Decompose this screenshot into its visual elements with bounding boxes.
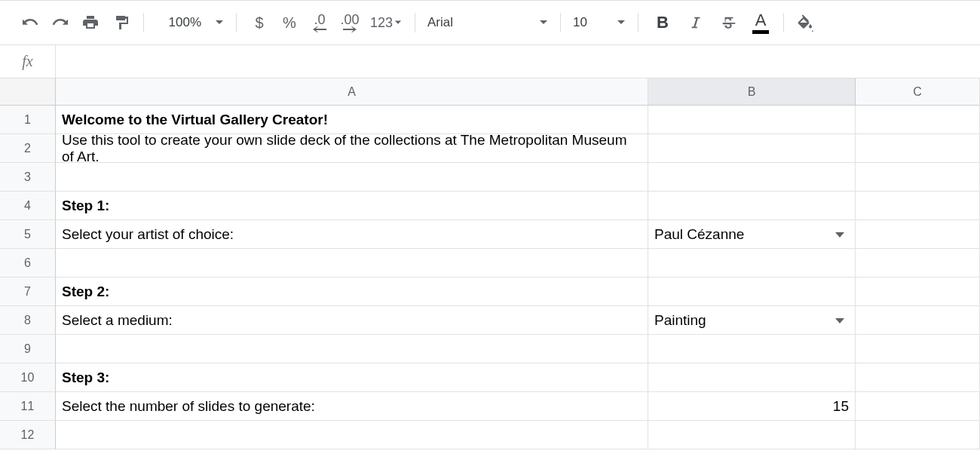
cell-A2[interactable]: Use this tool to create your own slide d… <box>56 134 648 163</box>
cell-B7[interactable] <box>648 277 856 306</box>
strikethrough-button[interactable] <box>712 8 746 38</box>
row-3: 3 <box>0 163 980 192</box>
cell-B12[interactable] <box>648 421 856 449</box>
row-6: 6 <box>0 249 980 277</box>
bold-button[interactable]: B <box>646 8 679 38</box>
cell-A8[interactable]: Select a medium: <box>56 306 648 335</box>
row-header[interactable]: 6 <box>0 249 56 277</box>
cell-A3[interactable] <box>56 163 648 192</box>
column-header-B[interactable]: B <box>648 78 856 106</box>
cell-C6[interactable] <box>856 249 980 277</box>
row-header[interactable]: 9 <box>0 335 56 363</box>
cell-A10[interactable]: Step 3: <box>56 363 648 392</box>
print-button[interactable] <box>75 8 106 38</box>
cell-B11-slide-count[interactable]: 15 <box>648 392 856 421</box>
cell-A7[interactable]: Step 2: <box>56 277 648 306</box>
row-header[interactable]: 7 <box>0 277 56 306</box>
cell-B10[interactable] <box>648 363 856 392</box>
column-headers: A B C <box>0 78 980 106</box>
format-currency-button[interactable]: $ <box>244 8 274 38</box>
more-formats-label: 123 <box>370 15 393 31</box>
redo-button[interactable] <box>45 8 75 38</box>
redo-icon <box>51 14 69 32</box>
cell-A12[interactable] <box>56 421 648 449</box>
format-percent-button[interactable]: % <box>274 8 305 38</box>
font-family-value: Arial <box>427 15 525 30</box>
cell-C11[interactable] <box>856 392 980 421</box>
increase-decimal-button[interactable]: .00 <box>335 8 365 38</box>
cell-B4[interactable] <box>648 192 856 220</box>
paint-format-button[interactable] <box>106 8 136 38</box>
cell-B6[interactable] <box>648 249 856 277</box>
cell-C9[interactable] <box>856 335 980 363</box>
column-header-A[interactable]: A <box>56 78 648 106</box>
row-header[interactable]: 4 <box>0 192 56 220</box>
row-11: 11 Select the number of slides to genera… <box>0 392 980 421</box>
row-header[interactable]: 1 <box>0 106 56 134</box>
select-all-corner[interactable] <box>0 78 56 106</box>
toolbar: 100% $ % .0 .00 123 Arial 10 B <box>0 0 980 45</box>
font-size-value: 10 <box>573 15 603 30</box>
undo-button[interactable] <box>15 8 45 38</box>
cell-A1[interactable]: Welcome to the Virtual Gallery Creator! <box>56 106 648 134</box>
chevron-down-icon <box>394 19 402 26</box>
row-9: 9 <box>0 335 980 363</box>
cell-C4[interactable] <box>856 192 980 220</box>
fx-label: fx <box>0 45 56 78</box>
row-header[interactable]: 5 <box>0 220 56 249</box>
cell-A4[interactable]: Step 1: <box>56 192 648 220</box>
more-formats-dropdown[interactable]: 123 <box>365 8 407 38</box>
arrow-left-icon <box>313 26 326 32</box>
decrease-decimal-button[interactable]: .0 <box>305 8 335 38</box>
cell-C7[interactable] <box>856 277 980 306</box>
cell-C8[interactable] <box>856 306 980 335</box>
formula-bar: fx <box>0 45 980 78</box>
cell-A11[interactable]: Select the number of slides to generate: <box>56 392 648 421</box>
separator <box>415 13 415 32</box>
cell-B2[interactable] <box>648 134 856 163</box>
cell-B5-artist-dropdown[interactable]: Paul Cézanne <box>648 220 856 249</box>
text-color-icon: A <box>755 12 767 29</box>
zoom-value: 100% <box>156 15 201 30</box>
row-header[interactable]: 8 <box>0 306 56 335</box>
chevron-down-icon <box>539 18 548 27</box>
cell-B3[interactable] <box>648 163 856 192</box>
fill-color-button[interactable]: . <box>792 8 822 38</box>
row-10: 10 Step 3: <box>0 363 980 392</box>
cell-C12[interactable] <box>856 421 980 449</box>
row-header[interactable]: 12 <box>0 421 56 449</box>
row-header[interactable]: 11 <box>0 392 56 421</box>
increase-decimal-label: .00 <box>340 13 359 26</box>
italic-icon <box>688 14 704 31</box>
font-family-dropdown[interactable]: Arial <box>423 8 553 38</box>
row-header[interactable]: 10 <box>0 363 56 392</box>
font-size-dropdown[interactable]: 10 <box>568 8 630 38</box>
zoom-dropdown[interactable]: 100% <box>152 8 228 38</box>
percent-icon: % <box>283 14 296 32</box>
cell-C1[interactable] <box>856 106 980 134</box>
row-header[interactable]: 3 <box>0 163 56 192</box>
dollar-icon: $ <box>255 14 263 32</box>
cell-B8-medium-dropdown[interactable]: Painting <box>648 306 856 335</box>
column-header-C[interactable]: C <box>856 78 980 106</box>
separator <box>638 13 639 32</box>
separator <box>236 13 237 32</box>
cell-A6[interactable] <box>56 249 648 277</box>
cell-C10[interactable] <box>856 363 980 392</box>
cell-A5[interactable]: Select your artist of choice: <box>56 220 648 249</box>
cell-C3[interactable] <box>856 163 980 192</box>
cell-C2[interactable] <box>856 134 980 163</box>
separator <box>560 13 561 32</box>
formula-input[interactable] <box>56 45 980 78</box>
row-header[interactable]: 2 <box>0 134 56 163</box>
cell-A9[interactable] <box>56 335 648 363</box>
cell-B1[interactable] <box>648 106 856 134</box>
row-12: 12 <box>0 421 980 449</box>
row-7: 7 Step 2: <box>0 277 980 306</box>
spreadsheet-grid: A B C 1 Welcome to the Virtual Gallery C… <box>0 78 980 449</box>
row-1: 1 Welcome to the Virtual Gallery Creator… <box>0 106 980 134</box>
cell-C5[interactable] <box>856 220 980 249</box>
cell-B9[interactable] <box>648 335 856 363</box>
text-color-button[interactable]: A <box>746 8 776 38</box>
italic-button[interactable] <box>679 8 712 38</box>
